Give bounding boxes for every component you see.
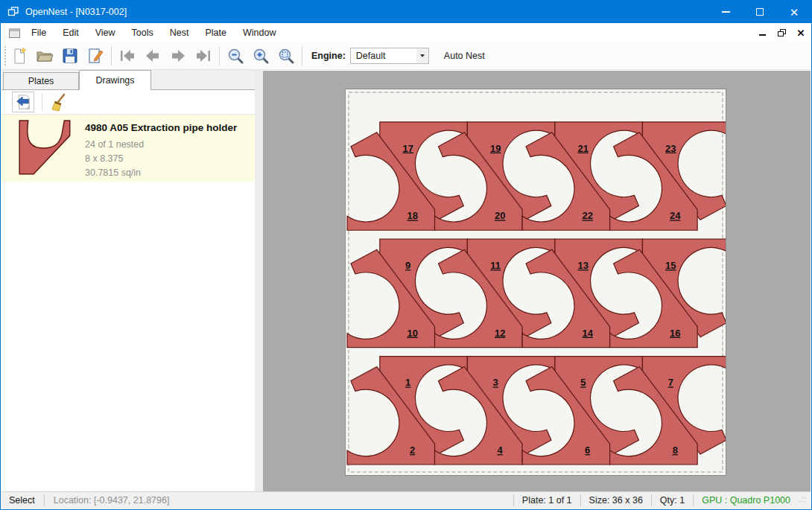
mdi-restore-icon — [778, 29, 786, 36]
mdi-minimize-icon — [759, 34, 766, 36]
app-logo-icon — [7, 6, 19, 18]
tab-drawings[interactable]: Drawings — [79, 70, 151, 90]
drawing-size: 8 x 8.375 — [85, 152, 237, 166]
open-folder-icon — [36, 47, 54, 65]
panel-splitter[interactable] — [255, 71, 263, 491]
part-number: 14 — [583, 328, 594, 339]
part-number: 13 — [578, 260, 589, 271]
nest-canvas[interactable]: 17 18 19 20 21 22 23 — [263, 71, 811, 491]
part-number: 8 — [673, 444, 678, 456]
part-pair: 5 6 — [522, 357, 642, 465]
menu-view[interactable]: View — [87, 25, 124, 41]
broom-icon — [50, 92, 68, 112]
first-plate-button[interactable] — [115, 45, 140, 67]
clean-button[interactable] — [48, 92, 69, 112]
drawings-panel: 4980 A05 Extraction pipe holder 24 of 1 … — [1, 90, 255, 491]
part-number: 16 — [670, 328, 680, 339]
toolbar-separator — [219, 46, 220, 66]
part-number: 18 — [407, 210, 417, 221]
tab-plates[interactable]: Plates — [3, 72, 79, 90]
part-pair: 7 8 — [610, 357, 726, 465]
part-number: 15 — [665, 260, 676, 271]
part-number: 10 — [407, 328, 417, 339]
part-number: 11 — [490, 260, 501, 271]
toolbar-separator — [302, 46, 302, 66]
zoom-in-button[interactable] — [248, 45, 273, 67]
menu-edit[interactable]: Edit — [54, 25, 87, 41]
zoom-out-button[interactable] — [223, 45, 248, 67]
engine-label: Engine: — [311, 51, 346, 61]
go-first-icon — [118, 47, 136, 65]
menu-window[interactable]: Window — [235, 25, 284, 41]
import-drawing-button[interactable] — [12, 92, 34, 112]
zoom-fit-button[interactable] — [273, 45, 299, 67]
status-plate: Plate: 1 of 1 — [514, 495, 580, 506]
engine-select[interactable]: Default — [350, 48, 429, 64]
mdi-restore-button[interactable] — [775, 27, 788, 39]
save-button[interactable] — [57, 45, 83, 67]
drawing-area: 30.7815 sq/in — [85, 166, 237, 180]
auto-nest-button[interactable]: Auto Nest — [438, 47, 491, 65]
part-number: 9 — [405, 260, 410, 271]
close-button[interactable]: ✕ — [777, 1, 811, 23]
menu-bar: File Edit View Tools Nest Plate Window ✕ — [1, 23, 811, 42]
open-button[interactable] — [32, 45, 57, 67]
mdi-close-button[interactable]: ✕ — [794, 27, 808, 39]
part-number: 21 — [578, 143, 589, 154]
main-toolbar: Engine: Default Auto Nest — [1, 42, 811, 70]
resize-grip[interactable]: .:: — [799, 495, 809, 506]
previous-plate-button[interactable] — [140, 45, 165, 67]
part-number: 12 — [495, 328, 505, 339]
maximize-button[interactable] — [743, 1, 777, 23]
last-plate-button[interactable] — [191, 45, 216, 67]
plate[interactable]: 17 18 19 20 21 22 23 — [345, 89, 726, 476]
status-qty: Qty: 1 — [652, 495, 693, 506]
drawing-list-item[interactable]: 4980 A05 Extraction pipe holder 24 of 1 … — [1, 115, 255, 182]
part-number: 4 — [498, 444, 504, 456]
edit-document-icon — [86, 47, 104, 65]
menu-file[interactable]: File — [23, 25, 54, 41]
part-number: 5 — [580, 377, 586, 388]
part-number: 20 — [495, 210, 505, 221]
mdi-document-icon[interactable] — [9, 28, 20, 38]
drawing-nested-count: 24 of 1 nested — [85, 138, 237, 152]
engine-dropdown-button[interactable] — [416, 48, 428, 63]
save-as-button[interactable] — [83, 45, 108, 67]
part-number: 6 — [585, 444, 590, 456]
go-previous-icon — [144, 47, 162, 65]
status-size: Size: 36 x 36 — [581, 495, 651, 506]
go-last-icon — [194, 47, 212, 65]
minimize-button[interactable] — [708, 1, 743, 23]
mdi-minimize-button[interactable] — [755, 27, 769, 39]
part-pair: 3 4 — [435, 357, 555, 465]
import-drawing-icon — [15, 94, 31, 110]
engine-selected-value: Default — [351, 51, 416, 61]
go-next-icon — [169, 47, 187, 65]
status-gpu: GPU : Quadro P1000 — [694, 495, 799, 506]
menu-plate[interactable]: Plate — [197, 25, 235, 41]
drawings-toolbar — [1, 90, 255, 115]
part-number: 22 — [583, 210, 593, 221]
drawing-title: 4980 A05 Extraction pipe holder — [85, 122, 237, 133]
zoom-out-icon — [226, 47, 244, 65]
part-pair: 21 22 — [522, 122, 642, 230]
new-document-button[interactable] — [7, 45, 32, 67]
mdi-close-icon: ✕ — [797, 28, 805, 39]
app-window: OpenNest - [N0317-002] ✕ File Edit View … — [0, 0, 812, 510]
zoom-in-icon — [252, 47, 270, 65]
part-number: 3 — [493, 377, 498, 388]
panel-tabstrip: Plates Drawings — [1, 70, 263, 90]
toolbar-separator — [42, 93, 42, 111]
part-pair: 1 2 — [347, 357, 467, 465]
plate-drawing: 17 18 19 20 21 22 23 — [346, 89, 726, 475]
part-pair: 19 20 — [435, 122, 555, 230]
part-thumbnail — [18, 120, 73, 176]
menu-tools[interactable]: Tools — [124, 25, 162, 41]
part-number: 23 — [665, 143, 676, 154]
status-location: Location: [-0.9437, 21.8796] — [45, 495, 179, 506]
part-number: 1 — [405, 377, 410, 388]
part-number: 7 — [668, 377, 673, 388]
menu-nest[interactable]: Nest — [162, 25, 197, 41]
part-pair: 13 14 — [522, 239, 642, 347]
next-plate-button[interactable] — [165, 45, 191, 67]
